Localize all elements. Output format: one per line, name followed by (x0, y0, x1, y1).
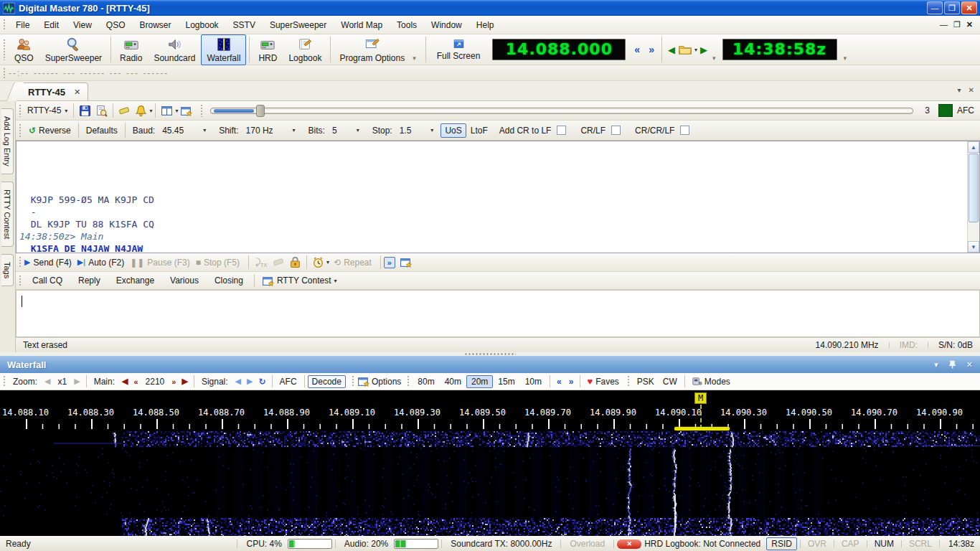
mdi-close-icon[interactable]: ✕ (966, 20, 973, 29)
tabstrip-close-icon[interactable]: ✕ (969, 86, 974, 94)
zoom-in-arrow[interactable]: ▶ (71, 377, 83, 386)
signal-prev-arrow[interactable]: ◀ (232, 377, 244, 386)
status-indicator[interactable]: NUM (870, 538, 898, 550)
timer-clock-icon[interactable] (312, 256, 324, 268)
logbook-button[interactable]: Logbook (283, 34, 327, 65)
baud-select[interactable]: 45.45 ▾ (159, 124, 209, 137)
save-icon[interactable] (79, 105, 91, 117)
slider-thumb[interactable] (256, 105, 265, 117)
band-prev-chevron[interactable]: « (553, 377, 565, 387)
qso-button[interactable]: QSO (9, 34, 39, 65)
radio-button[interactable]: Radio (114, 34, 148, 65)
send-button[interactable]: ▶ Send (F4) (24, 258, 77, 268)
menu-item[interactable]: Browser (133, 17, 179, 33)
favorites-folder-button[interactable]: ▾ (678, 44, 697, 55)
status-indicator[interactable]: CAP (837, 538, 864, 550)
auto-button[interactable]: ▶| Auto (F2) (77, 258, 130, 268)
favorites-next-arrow[interactable]: ▶ (697, 44, 710, 55)
stop-select[interactable]: 1.5 ▾ (397, 124, 437, 137)
decode-toggle[interactable]: Decode (308, 375, 346, 388)
layout-dropdown-caret[interactable]: ▾ (175, 108, 178, 114)
waterfall-button[interactable]: Waterfall (201, 34, 246, 65)
frequency-scale[interactable]: 14.088.1014.088.3014.088.5014.088.7014.0… (0, 390, 980, 431)
toolbar-overflow-icon[interactable]: ▾ (710, 55, 718, 62)
favorites-prev-arrow[interactable]: ◀ (665, 44, 678, 55)
mdi-restore-icon[interactable]: ❐ (953, 20, 961, 29)
full-screen-button[interactable]: Full Screen (429, 36, 489, 63)
status-indicator[interactable]: RSID (766, 537, 797, 550)
band-button[interactable]: 80m (413, 375, 439, 388)
display-options-icon[interactable] (180, 105, 192, 117)
shift-select[interactable]: 170 Hz ▾ (243, 124, 298, 137)
reverse-button[interactable]: ↺ Reverse (24, 123, 75, 138)
menu-item[interactable]: SuperSweeper (263, 17, 334, 33)
scroll-down-icon[interactable]: ▼ (968, 241, 979, 253)
scroll-up-icon[interactable]: ▲ (968, 141, 979, 153)
receive-text-area[interactable]: K9JP 599-Ø5 MA K9JP CD - DL K9JP TU 88 K… (16, 141, 980, 253)
mdi-minimize-icon[interactable]: — (940, 20, 948, 29)
send-options-icon[interactable] (400, 256, 412, 268)
restore-button[interactable]: ❐ (944, 1, 960, 14)
tuning-marker[interactable]: M (694, 392, 707, 404)
waterfall-display[interactable] (0, 431, 980, 536)
band-up-chevron[interactable]: » (644, 44, 659, 55)
soundcard-button[interactable]: Soundcard (148, 34, 201, 65)
main-freq-right-chevron[interactable]: » (169, 377, 179, 386)
contest-macro-dropdown[interactable]: RTTY Contest ▾ (258, 275, 341, 287)
side-tab[interactable]: Add Log Entry (1, 108, 14, 174)
macro-button[interactable]: Exchange (108, 273, 162, 288)
band-next-chevron[interactable]: » (565, 377, 578, 387)
macro-button[interactable]: Reply (70, 273, 108, 288)
rx-scrollbar[interactable]: ▲ ▼ (967, 141, 979, 253)
layout-split-icon[interactable] (161, 105, 173, 117)
menu-item[interactable]: SSTV (226, 17, 263, 33)
checkbox[interactable] (680, 126, 689, 135)
main-freq-left-chevron[interactable]: « (131, 377, 141, 386)
status-indicator[interactable]: OVR (804, 538, 831, 550)
menu-item[interactable]: Window (424, 17, 469, 33)
hrd-button[interactable]: HRD (253, 34, 283, 65)
main-freq-right-arrow[interactable]: ▶ (179, 377, 190, 386)
wf-afc-button[interactable]: AFC (275, 375, 301, 388)
lock-icon[interactable] (289, 256, 301, 268)
faves-button[interactable]: ♥ Faves (583, 376, 622, 387)
tab-rtty-45[interactable]: RTTY-45 ✕ (16, 83, 88, 100)
checkbox[interactable] (557, 126, 566, 135)
afc-state-box[interactable] (938, 104, 953, 117)
macro-button[interactable]: Various (162, 273, 207, 288)
status-indicator[interactable]: SCRL (905, 538, 936, 550)
ltof-toggle[interactable]: LtoF (466, 123, 492, 138)
menu-item[interactable]: QSO (99, 17, 133, 33)
menu-item[interactable]: Help (469, 17, 501, 33)
eraser-icon[interactable] (118, 105, 131, 117)
band-button[interactable]: 40m (440, 375, 466, 388)
toolbar-overflow-icon[interactable]: ▾ (842, 55, 849, 62)
side-tab[interactable]: Tags (1, 254, 14, 286)
close-button[interactable]: ✕ (961, 1, 977, 14)
band-button[interactable]: 10m (520, 375, 547, 388)
minimize-button[interactable]: — (927, 1, 943, 14)
main-freq-left-arrow[interactable]: ◀ (119, 377, 131, 386)
menu-item[interactable]: File (9, 17, 37, 33)
scroll-thumb[interactable] (969, 154, 979, 222)
macro-button[interactable]: Closing (207, 273, 251, 288)
transmit-text-input[interactable] (16, 290, 980, 337)
signal-next-arrow[interactable]: ▶ (244, 377, 255, 386)
macro-button[interactable]: Call CQ (24, 273, 70, 288)
more-macros-chevron[interactable]: » (384, 257, 395, 268)
band-button[interactable]: 15m (493, 375, 519, 388)
band-down-chevron[interactable]: « (630, 44, 644, 55)
band-button[interactable]: 20m (466, 375, 493, 388)
timer-dropdown-caret[interactable]: ▾ (326, 259, 329, 265)
psk-button[interactable]: PSK (633, 375, 659, 388)
side-tab[interactable]: RTTY Contest (1, 182, 14, 247)
toolbar-overflow-icon[interactable]: ▾ (410, 55, 418, 62)
panel-pin-icon[interactable] (948, 360, 956, 369)
panel-close-icon[interactable]: ✕ (966, 360, 973, 369)
menu-item[interactable]: Logbook (179, 17, 226, 33)
wf-options-button[interactable]: Options (357, 375, 401, 387)
menu-item[interactable]: View (66, 17, 99, 33)
menu-item[interactable]: Tools (390, 17, 424, 33)
modes-button[interactable]: Modes (688, 376, 734, 387)
uos-toggle[interactable]: UoS (440, 123, 466, 138)
